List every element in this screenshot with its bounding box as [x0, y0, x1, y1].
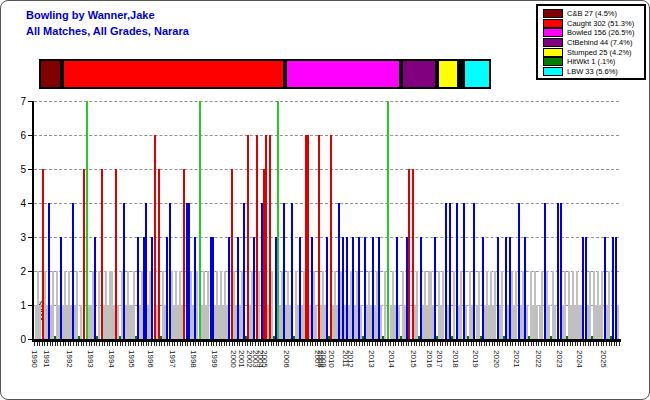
match-wickets-bar	[612, 237, 614, 339]
x-year-label: 2014	[387, 350, 396, 368]
plot-area: Wkts 01234567199019911992199319941995199…	[34, 101, 619, 339]
match-wickets-bar	[617, 305, 619, 339]
match-wickets-bar	[564, 271, 566, 339]
match-wickets-bar	[207, 271, 209, 339]
x-year-label: 2018	[451, 350, 460, 368]
match-wickets-bar	[608, 271, 610, 339]
x-year-label: 1994	[107, 350, 116, 368]
stacked-segment-lbw	[463, 59, 491, 89]
x-year-label: 1998	[189, 350, 198, 368]
legend-label: C&B 27 (4.5%)	[567, 9, 617, 18]
y-tick	[28, 135, 33, 136]
match-wickets-bar	[151, 237, 153, 339]
legend-swatch-hitwkt	[543, 57, 563, 66]
x-year-label: 2020	[492, 350, 501, 368]
match-wickets-bar	[277, 101, 279, 339]
match-wickets-bar	[98, 271, 100, 339]
match-wickets-bar	[380, 305, 382, 339]
x-year-label: 2021	[512, 350, 521, 368]
legend-row: Stumped 25 (4.2%)	[543, 47, 640, 57]
stacked-segment-cb	[39, 59, 62, 89]
x-year-label: 1999	[210, 350, 219, 368]
legend-row: LBW 33 (5.6%)	[543, 67, 640, 77]
match-wickets-bar	[601, 271, 603, 339]
y-tick	[28, 339, 33, 340]
legend-swatch-stumped	[543, 48, 563, 57]
match-wickets-bar	[271, 271, 273, 339]
match-wickets-bar	[473, 203, 475, 339]
legend-label: Caught 302 (51.3%)	[567, 19, 634, 28]
y-tick-label: 0	[12, 334, 26, 345]
x-year-label: 1996	[146, 350, 155, 368]
x-year-label: 2023	[555, 350, 564, 368]
chart-subtitle: All Matches, All Grades, Narara	[26, 23, 189, 39]
stacked-segment-bowled	[285, 59, 402, 89]
match-wickets-bar	[83, 169, 85, 339]
match-wickets-bar	[39, 305, 41, 339]
dismissal-stacked-bar	[39, 59, 491, 89]
match-wickets-bar	[416, 271, 418, 339]
match-wickets-bar	[183, 169, 185, 339]
match-wickets-bar	[442, 271, 444, 339]
stacked-segment-caught	[62, 59, 284, 89]
x-year-label: 2013	[367, 350, 376, 368]
match-wickets-bar	[434, 237, 436, 339]
chart-title: Bowling by Wanner,Jake	[26, 7, 189, 23]
match-wickets-bar	[536, 305, 538, 339]
legend-swatch-caught	[543, 19, 563, 28]
match-wickets-bar	[76, 271, 78, 339]
x-year-label: 2005	[260, 350, 269, 368]
x-year-label: 1991	[42, 350, 51, 368]
legend-row: Caught 302 (51.3%)	[543, 19, 640, 29]
match-wickets-bar	[453, 271, 455, 339]
match-wickets-bar	[196, 271, 198, 339]
legend-label: Stumped 25 (4.2%)	[567, 48, 632, 57]
match-wickets-bar	[158, 169, 160, 339]
y-tick-label: 7	[12, 96, 26, 107]
x-year-label: 1990	[30, 350, 39, 368]
match-wickets-bar	[315, 305, 317, 339]
legend-row: C&B 27 (4.5%)	[543, 9, 640, 19]
legend-label: Bowled 156 (26.5%)	[567, 28, 635, 37]
x-year-label: 2019	[471, 350, 480, 368]
match-wickets-bar	[449, 203, 451, 339]
match-wickets-bar	[478, 271, 480, 339]
match-wickets-bar	[548, 305, 550, 339]
match-wickets-bar	[86, 101, 88, 339]
x-year-label: 2016	[425, 350, 434, 368]
legend-swatch-ctbehind	[543, 38, 563, 47]
match-wickets-bar	[460, 271, 462, 339]
gridline	[34, 203, 619, 204]
match-wickets-bar	[80, 305, 82, 339]
match-wickets-bar	[384, 271, 386, 339]
gridline	[34, 169, 619, 170]
legend-label: LBW 33 (5.6%)	[567, 67, 618, 76]
match-wickets-bar	[326, 237, 328, 339]
legend-row: CtBehind 44 (7.4%)	[543, 38, 640, 48]
x-year-label: 2006	[282, 350, 291, 368]
match-wickets-bar	[408, 169, 410, 339]
x-year-label: 2025	[599, 350, 608, 368]
legend: C&B 27 (4.5%)Caught 302 (51.3%)Bowled 15…	[536, 4, 646, 80]
match-wickets-bar	[253, 237, 255, 339]
title-block: Bowling by Wanner,Jake All Matches, All …	[26, 7, 189, 39]
x-year-label: 2017	[435, 350, 444, 368]
match-wickets-bar	[526, 305, 528, 339]
match-wickets-bar	[554, 305, 556, 339]
y-tick	[28, 101, 33, 102]
x-year-label: 1995	[127, 350, 136, 368]
y-tick-label: 4	[12, 198, 26, 209]
y-tick	[28, 203, 33, 204]
y-tick-label: 6	[12, 130, 26, 141]
y-tick	[28, 271, 33, 272]
gridline	[34, 101, 619, 102]
y-tick	[28, 305, 33, 306]
match-wickets-bar	[133, 271, 135, 339]
x-year-label: 1997	[168, 350, 177, 368]
legend-label: HitWkt 1 (.1%)	[567, 57, 615, 66]
chart-window: Bowling by Wanner,Jake All Matches, All …	[0, 0, 650, 400]
x-year-label: 2022	[534, 350, 543, 368]
legend-row: Bowled 156 (26.5%)	[543, 28, 640, 38]
x-year-label: 2015	[409, 350, 418, 368]
match-wickets-bar	[501, 271, 503, 339]
